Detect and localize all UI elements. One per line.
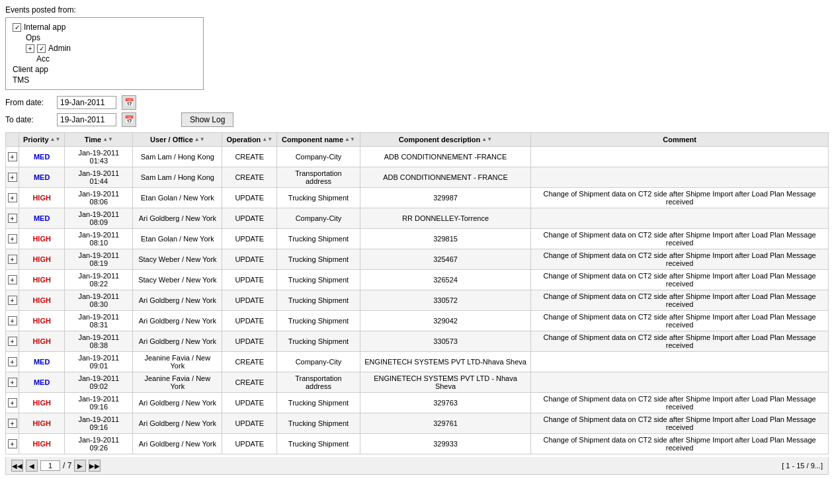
expand-row-button[interactable]: + (8, 296, 17, 305)
expand-row-button[interactable]: + (8, 275, 17, 284)
comment-cell: Change of Shipment data on CT2 side afte… (531, 188, 829, 208)
sort-component-description[interactable]: ▲▼ (481, 137, 492, 142)
sort-component-name[interactable]: ▲▼ (345, 137, 355, 142)
table-row: + HIGH Jan-19-2011 08:30 Ari Goldberg / … (6, 290, 829, 311)
component-name-cell: Transportation address (277, 372, 360, 393)
expand-cell: + (6, 311, 19, 331)
user-office-cell: Sam Lam / Hong Kong (133, 167, 222, 188)
time-cell: Jan-19-2011 08:30 (65, 290, 133, 311)
priority-cell: MED (19, 167, 65, 188)
th-priority: Priority ▲▼ (19, 133, 65, 147)
comment-cell: Change of Shipment data on CT2 side afte… (531, 270, 829, 290)
sort-time[interactable]: ▲▼ (103, 137, 113, 142)
date-section: From date: 📅 To date: 📅 Show Log (5, 95, 829, 127)
operation-cell: CREATE (222, 372, 277, 393)
expand-cell: + (6, 331, 19, 352)
from-date-calendar-icon[interactable]: 📅 (122, 95, 136, 110)
component-name-cell: Company-City (277, 208, 360, 229)
expand-row-button[interactable]: + (8, 439, 17, 448)
expand-cell: + (6, 372, 19, 393)
table-row: + HIGH Jan-19-2011 08:38 Ari Goldberg / … (6, 331, 829, 352)
total-pages-label: / 7 (63, 461, 71, 470)
component-name-cell: Trucking Shipment (277, 290, 360, 311)
expand-admin[interactable]: + (26, 44, 34, 53)
comment-cell (531, 372, 829, 393)
to-date-calendar-icon[interactable]: 📅 (122, 112, 136, 127)
time-cell: Jan-19-2011 01:43 (65, 147, 133, 167)
user-office-cell: Ari Goldberg / New York (133, 311, 222, 331)
prev-page-button[interactable]: ◀ (26, 460, 38, 472)
priority-cell: MED (19, 208, 65, 229)
table-row: + MED Jan-19-2011 09:02 Jeanine Favia / … (6, 372, 829, 393)
table-header-row: Priority ▲▼ Time ▲▼ User / Office ▲▼ (6, 133, 829, 147)
time-cell: Jan-19-2011 09:01 (65, 352, 133, 372)
th-operation: Operation ▲▼ (222, 133, 277, 147)
sort-user-office[interactable]: ▲▼ (194, 137, 205, 142)
time-cell: Jan-19-2011 01:44 (65, 167, 133, 188)
show-log-button[interactable]: Show Log (181, 112, 233, 127)
tree-item-internal-app: Internal app (13, 22, 196, 32)
expand-row-button[interactable]: + (8, 378, 17, 387)
expand-cell: + (6, 188, 19, 208)
next-page-button[interactable]: ▶ (74, 460, 86, 472)
component-description-cell: 330572 (360, 290, 530, 311)
expand-cell: + (6, 270, 19, 290)
expand-cell: + (6, 147, 19, 167)
table-row: + HIGH Jan-19-2011 09:16 Ari Goldberg / … (6, 413, 829, 434)
component-name-cell: Trucking Shipment (277, 229, 360, 249)
expand-cell: + (6, 290, 19, 311)
th-expand (6, 133, 19, 147)
expand-row-button[interactable]: + (8, 193, 17, 202)
page-wrapper: Events posted from: Internal app Ops + A… (0, 0, 834, 504)
table-row: + HIGH Jan-19-2011 08:31 Ari Goldberg / … (6, 311, 829, 331)
checkbox-internal-app[interactable] (13, 23, 21, 32)
expand-row-button[interactable]: + (8, 357, 17, 366)
expand-row-button[interactable]: + (8, 214, 17, 223)
expand-cell: + (6, 352, 19, 372)
expand-row-button[interactable]: + (8, 234, 17, 243)
time-cell: Jan-19-2011 08:31 (65, 311, 133, 331)
time-cell: Jan-19-2011 09:02 (65, 372, 133, 393)
user-office-cell: Ari Goldberg / New York (133, 331, 222, 352)
time-cell: Jan-19-2011 09:16 (65, 413, 133, 434)
comment-cell: Change of Shipment data on CT2 side afte… (531, 434, 829, 454)
sort-operation[interactable]: ▲▼ (262, 137, 272, 142)
expand-row-button[interactable]: + (8, 316, 17, 325)
priority-cell: MED (19, 147, 65, 167)
expand-row-button[interactable]: + (8, 337, 17, 346)
events-tree: Internal app Ops + Admin Acc Client app (5, 17, 204, 90)
expand-row-button[interactable]: + (8, 419, 17, 428)
operation-cell: UPDATE (222, 290, 277, 311)
checkbox-admin[interactable] (37, 44, 46, 53)
component-description-cell: ADB CONDITIONNEMENT - FRANCE (360, 167, 530, 188)
expand-row-button[interactable]: + (8, 173, 17, 182)
operation-cell: CREATE (222, 147, 277, 167)
th-comment: Comment (531, 133, 829, 147)
current-page-input[interactable] (40, 460, 60, 471)
sort-priority[interactable]: ▲▼ (50, 137, 61, 142)
user-office-cell: Etan Golan / New York (133, 188, 222, 208)
last-page-button[interactable]: ▶▶ (89, 460, 101, 472)
table-row: + HIGH Jan-19-2011 08:06 Etan Golan / Ne… (6, 188, 829, 208)
time-cell: Jan-19-2011 08:19 (65, 249, 133, 270)
table-row: + MED Jan-19-2011 01:43 Sam Lam / Hong K… (6, 147, 829, 167)
from-date-row: From date: 📅 (5, 95, 829, 110)
component-name-cell: Trucking Shipment (277, 434, 360, 454)
priority-cell: MED (19, 372, 65, 393)
expand-row-button[interactable]: + (8, 255, 17, 264)
expand-row-button[interactable]: + (8, 398, 17, 407)
expand-row-button[interactable]: + (8, 152, 17, 161)
user-office-cell: Jeanine Favia / New York (133, 372, 222, 393)
user-office-cell: Ari Goldberg / New York (133, 290, 222, 311)
priority-cell: HIGH (19, 393, 65, 413)
time-cell: Jan-19-2011 08:09 (65, 208, 133, 229)
to-date-row: To date: 📅 Show Log (5, 112, 829, 127)
from-date-input[interactable] (57, 96, 116, 109)
priority-cell: HIGH (19, 434, 65, 454)
component-description-cell: 325467 (360, 249, 530, 270)
to-date-label: To date: (5, 115, 52, 124)
comment-cell (531, 208, 829, 229)
component-name-cell: Trucking Shipment (277, 188, 360, 208)
first-page-button[interactable]: ◀◀ (11, 460, 23, 472)
to-date-input[interactable] (57, 113, 116, 126)
